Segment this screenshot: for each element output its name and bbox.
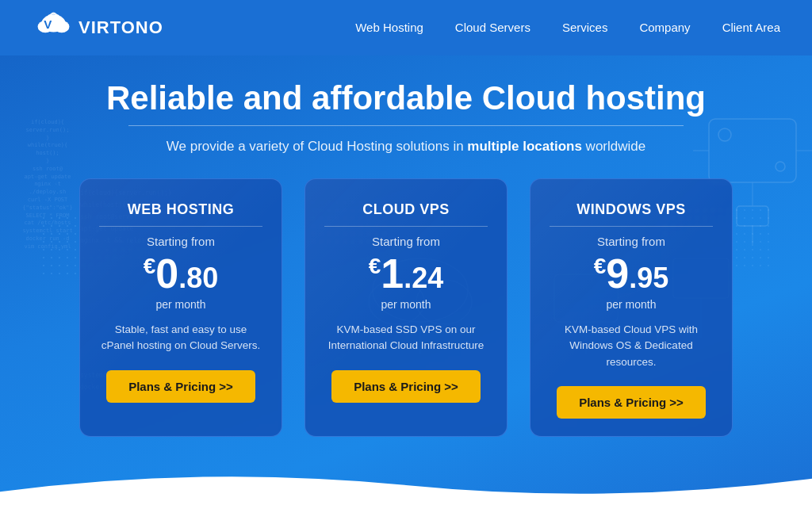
hero-subtitle-prefix: We provide a variety of Cloud Hosting so… [167,139,468,154]
hero-section: if(cloud){server.run();}while(true){host… [0,55,812,505]
card-web-hosting-desc: Stable, fast and easy to use cPanel host… [99,322,262,354]
card-windows-vps-price-cents: .95 [629,262,668,294]
card-windows-vps-btn[interactable]: Plans & Pricing >> [557,386,706,419]
card-cloud-vps-btn[interactable]: Plans & Pricing >> [331,370,481,403]
card-windows-vps-price-whole: 9 [606,251,629,296]
card-cloud-vps: CLOUD VPS Starting from €1.24 per month … [304,178,508,437]
card-web-hosting-starting: Starting from [99,235,262,248]
brand-name: VIRTONO [79,17,163,38]
nav-item-cloud-servers[interactable]: Cloud Servers [455,21,530,35]
card-web-hosting: if(cloud){server.run();} while(host){ser… [79,178,282,437]
hero-subtitle: We provide a variety of Cloud Hosting so… [48,139,764,155]
card-divider-2 [324,226,488,227]
nav-item-services[interactable]: Services [562,21,608,35]
nav-item-client-area[interactable]: Client Area [722,21,780,35]
wave-bottom [0,465,812,505]
nav-link-web-hosting[interactable]: Web Hosting [355,21,423,34]
card-web-hosting-per-month: per month [99,298,262,311]
card-cloud-vps-price: €1.24 [324,251,488,296]
card-cloud-vps-desc: KVM-based SSD VPS on our International C… [324,322,488,354]
card-windows-vps-currency: € [594,254,607,278]
hero-subtitle-bold: multiple locations [467,139,582,154]
card-windows-vps: WINDOWS VPS Starting from €9.95 per mont… [530,178,733,437]
card-windows-vps-price: €9.95 [550,251,713,296]
card-cloud-vps-price-cents: .24 [404,262,443,294]
nav-links: Web Hosting Cloud Servers Services Compa… [355,21,780,35]
nav-link-client-area[interactable]: Client Area [722,21,780,34]
svg-point-2 [54,21,69,33]
svg-text:if(cloud){server.run();}: if(cloud){server.run();} [80,189,172,197]
card-cloud-vps-title: CLOUD VPS [324,201,488,218]
hero-subtitle-suffix: worldwide [582,139,645,154]
card-cloud-vps-currency: € [369,254,381,278]
hero-title: Reliable and affordable Cloud hosting [48,79,764,117]
card-web-hosting-price-cents: .80 [178,262,218,294]
card-windows-vps-title: WINDOWS VPS [550,201,713,218]
nav-item-company[interactable]: Company [639,21,690,35]
nav-link-services[interactable]: Services [562,21,608,34]
logo-area: V VIRTONO [32,8,163,48]
card-divider-1 [99,226,262,227]
pricing-cards-row: if(cloud){server.run();} while(host){ser… [48,178,764,437]
card-cloud-vps-starting: Starting from [324,235,488,248]
card-windows-vps-starting: Starting from [550,235,713,248]
card-cloud-vps-per-month: per month [324,298,488,311]
card-web-hosting-currency: € [144,254,156,278]
navbar: V VIRTONO Web Hosting Cloud Servers Serv… [0,0,812,55]
svg-point-6 [776,162,785,171]
card-web-hosting-btn[interactable]: Plans & Pricing >> [106,370,255,403]
card-windows-vps-desc: KVM-based Cloud VPS with Windows OS & De… [550,322,713,370]
virtono-logo: V [32,8,75,48]
card-web-hosting-title: WEB HOSTING [99,201,262,218]
nav-link-company[interactable]: Company [639,21,690,34]
card-web-hosting-price-whole: 0 [155,251,178,296]
card-web-hosting-price: €0.80 [99,251,262,296]
card-divider-3 [550,226,713,227]
hero-divider [128,125,684,126]
card-windows-vps-per-month: per month [550,298,713,311]
nav-link-cloud-servers[interactable]: Cloud Servers [455,21,530,34]
nav-item-web-hosting[interactable]: Web Hosting [355,21,423,35]
svg-text:V: V [44,17,52,31]
card-cloud-vps-price-whole: 1 [381,251,404,296]
